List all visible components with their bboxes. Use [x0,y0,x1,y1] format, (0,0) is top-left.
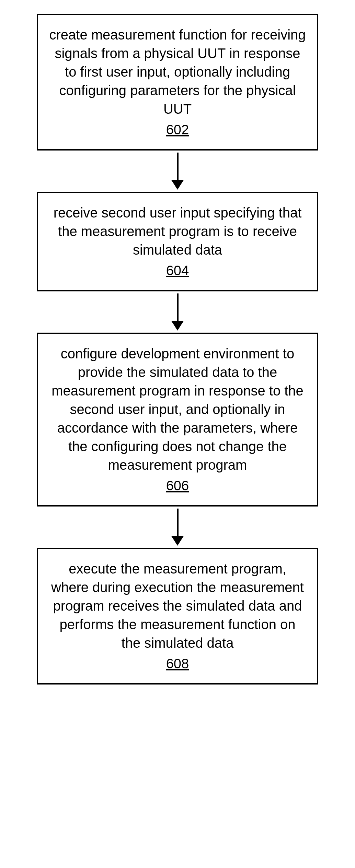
arrow-down-icon [171,291,184,333]
flowchart-container: create measurement function for receivin… [0,0,355,698]
flow-step-608: execute the measurement program, where d… [37,548,318,685]
flow-step-ref: 608 [166,654,189,673]
flow-step-text: execute the measurement program, where d… [51,561,304,650]
flow-step-ref: 602 [166,120,189,139]
arrow-down-icon [171,151,184,192]
flow-step-ref: 606 [166,476,189,495]
flow-step-text: create measurement function for receivin… [49,27,306,116]
flow-step-text: receive second user input specifying tha… [54,205,302,257]
flow-step-606: configure development environment to pro… [37,333,318,507]
flow-step-ref: 604 [166,261,189,280]
flow-step-text: configure development environment to pro… [51,346,304,472]
flow-step-602: create measurement function for receivin… [37,14,318,151]
arrow-down-icon [171,507,184,548]
flow-step-604: receive second user input specifying tha… [37,192,318,291]
